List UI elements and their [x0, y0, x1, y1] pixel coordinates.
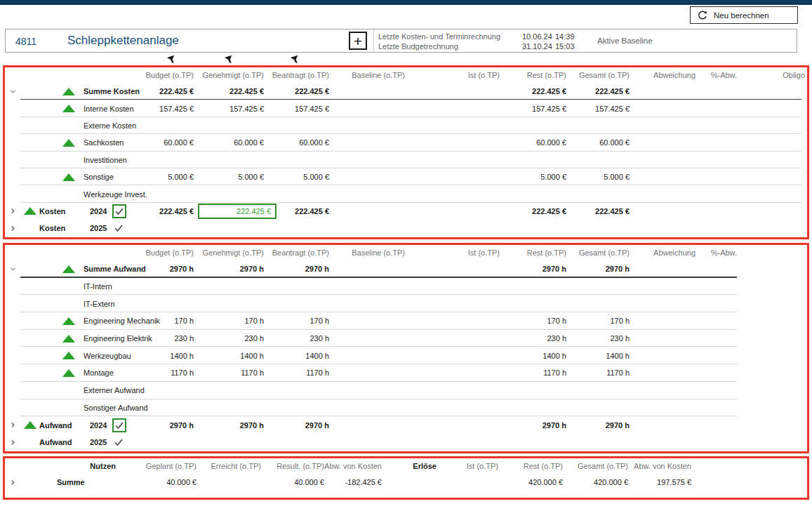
value-cell: 1170 h [500, 368, 566, 377]
column-header: Abweichung [630, 71, 695, 79]
value-cell: 5.000 € [264, 173, 329, 181]
value-cell: 40.000 € [261, 478, 324, 486]
row-label-cell: Aufwand2025 [23, 438, 135, 446]
row-label-cell: Externe Kosten [23, 121, 135, 130]
column-header: Beantragt (o.TP) [264, 71, 329, 79]
calculation-info: Letzte Kosten- und Terminrechnung 10.06.… [378, 32, 585, 51]
value-cell: 157.425 € [566, 105, 630, 113]
value-cell: 170 h [566, 317, 630, 325]
table-row[interactable]: IT-Extern [5, 295, 807, 312]
value-cell: 170 h [194, 317, 264, 325]
table-row[interactable]: Investitionen [5, 152, 807, 168]
table-row[interactable]: Summe Aufwand2970 h2970 h2970 h2970 h297… [5, 260, 807, 278]
trend-up-icon [62, 173, 75, 181]
table-row[interactable]: Aufwand2025 [5, 434, 807, 451]
row-label-cell: Interne Kosten [23, 105, 135, 113]
chevron-right-icon[interactable] [5, 207, 23, 215]
recalc-button[interactable]: Neu berechnen [690, 6, 798, 24]
filter-icon[interactable] [289, 53, 300, 65]
table-row[interactable]: Summe Kosten222.425 €222.425 €222.425 €2… [5, 83, 807, 100]
value-cell: 1170 h [135, 368, 194, 377]
row-year: 2025 [90, 438, 107, 446]
row-label: Sonstige [84, 173, 114, 181]
table-row[interactable]: Werkzeuge Invest. [5, 185, 807, 202]
table-row[interactable]: Interne Kosten157.425 €157.425 €157.425 … [5, 100, 807, 117]
table-header-row: NutzenGeplant (o.TP)Erreicht (o.TP)Resul… [5, 458, 807, 474]
value-cell: 170 h [264, 317, 329, 325]
project-title: Schleppkettenanlage [67, 34, 179, 48]
row-label: Werkzeugbau [84, 352, 131, 360]
trend-up-icon [62, 265, 75, 273]
column-header: %-Abw. [695, 71, 737, 79]
column-header: Erreicht (o.TP) [197, 462, 261, 470]
row-label-cell: Montage [23, 368, 135, 377]
row-label: Sonstiger Aufwand [84, 404, 148, 412]
chevron-down-icon[interactable] [5, 265, 23, 273]
table-row[interactable]: Engineering Mechanik170 h170 h170 h170 h… [5, 312, 807, 330]
info-label: Letzte Budgetrechnung [378, 42, 522, 51]
chevron-right-icon[interactable] [5, 479, 23, 486]
value-cell: 2970 h [194, 421, 264, 430]
column-header: Abw. von Kosten [628, 462, 691, 470]
value-cell: 222.425 € [135, 87, 194, 95]
table-row[interactable]: Externer Aufwand [5, 382, 807, 399]
value-cell: 1400 h [500, 352, 566, 360]
table-row[interactable]: Engineering Elektrik230 h230 h230 h230 h… [5, 330, 807, 347]
row-label-cell: Sonstiger Aufwand [23, 404, 135, 412]
trend-up-icon [62, 317, 75, 325]
year-checkbox[interactable] [112, 204, 126, 218]
row-label: Kosten [39, 224, 90, 232]
value-cell: 222.425 € [194, 87, 264, 95]
table-row[interactable]: Sachkosten60.000 €60.000 €60.000 €60.000… [5, 134, 807, 151]
column-header: Geplant (o.TP) [116, 462, 197, 470]
column-header: %-Abw. [695, 248, 737, 257]
value-cell: 2970 h [135, 265, 194, 273]
column-header: Genehmigt (o.TP) [194, 71, 264, 79]
value-cell: 1170 h [194, 368, 264, 377]
kosten-panel: Budget (o.TP)Genehmigt (o.TP)Beantragt (… [3, 65, 809, 239]
trend-up-icon [24, 421, 36, 429]
table-row[interactable]: Kosten2025 [5, 220, 807, 237]
value-cell: 222.425 € [500, 207, 566, 215]
column-header: Gesamt (o.TP) [563, 462, 628, 470]
row-label-cell: Engineering Elektrik [23, 334, 135, 343]
chevron-right-icon[interactable] [5, 439, 23, 446]
table-row[interactable]: Externe Kosten [5, 117, 807, 134]
year-checkmark[interactable] [114, 224, 124, 232]
filter-icon[interactable] [166, 53, 177, 65]
table-row[interactable]: Summe40.000 €40.000 €-182.425 €420.000 €… [5, 474, 807, 491]
value-cell: 222.425 € [500, 87, 566, 95]
chevron-right-icon[interactable] [5, 421, 23, 429]
row-label-cell: Werkzeuge Invest. [23, 190, 135, 199]
column-header: Beantragt (o.TP) [264, 248, 329, 257]
value-cell: 2970 h [500, 421, 566, 430]
table-row[interactable]: Werkzeugbau1400 h1400 h1400 h1400 h1400 … [5, 347, 807, 364]
value-cell: 2970 h [135, 421, 194, 430]
table-row[interactable]: Sonstige5.000 €5.000 €5.000 €5.000 €5.00… [5, 168, 807, 185]
chevron-down-icon[interactable] [5, 88, 23, 95]
value-cell: 1400 h [566, 352, 630, 360]
column-header: Result. (o.TP) [261, 462, 324, 470]
filter-icon[interactable] [223, 53, 234, 65]
table-row[interactable]: Aufwand20242970 h2970 h2970 h2970 h2970 … [5, 416, 807, 434]
value-cell: 1170 h [264, 368, 329, 377]
row-label: Externer Aufwand [84, 386, 145, 394]
column-header: Budget (o.TP) [135, 71, 194, 79]
value-cell: 60.000 € [500, 138, 566, 147]
year-checkmark[interactable] [114, 438, 124, 446]
trend-up-icon [62, 335, 75, 343]
table-row[interactable]: IT-Intern [5, 278, 807, 295]
table-row[interactable]: Kosten2024222.425 €222.425 €222.425 €222… [5, 203, 807, 220]
column-header: Baseline (o.TP) [329, 71, 405, 79]
active-baseline-label: Aktive Baseline [597, 36, 653, 45]
table-row[interactable]: Montage1170 h1170 h1170 h1170 h1170 h [5, 364, 807, 382]
chevron-right-icon[interactable] [5, 225, 23, 232]
table-row[interactable]: Sonstiger Aufwand [5, 399, 807, 417]
row-label: Aufwand [39, 438, 90, 446]
value-cell: 222.425 € [194, 204, 264, 219]
row-label: Werkzeuge Invest. [84, 190, 147, 199]
add-button[interactable]: + [349, 32, 367, 50]
year-checkbox[interactable] [112, 418, 126, 432]
column-header: Abweichung [630, 248, 695, 257]
row-label-cell: IT-Intern [23, 282, 135, 291]
